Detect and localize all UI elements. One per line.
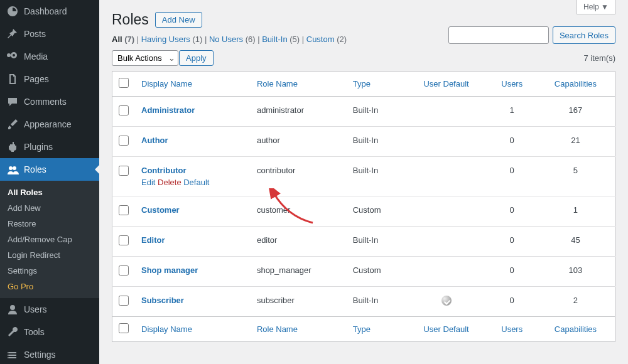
role-link[interactable]: Shop manager: [141, 265, 198, 275]
apply-button[interactable]: Apply: [179, 50, 214, 66]
select-all-checkbox[interactable]: [119, 78, 129, 88]
search-button[interactable]: Search Roles: [553, 26, 615, 44]
submenu-login-redirect[interactable]: Login Redirect: [0, 247, 99, 263]
filter-link[interactable]: Having Users (1): [141, 35, 203, 44]
type-cell: Custom: [347, 257, 405, 287]
menu-label: Plugins: [24, 142, 53, 152]
help-tab[interactable]: Help ▼: [577, 0, 615, 14]
row-checkbox[interactable]: [119, 105, 129, 115]
row-checkbox[interactable]: [119, 235, 129, 245]
search-input[interactable]: [448, 26, 549, 44]
default-link[interactable]: Default: [183, 178, 209, 187]
users-cell: 0: [488, 257, 536, 287]
type-cell: Built-In: [347, 157, 405, 196]
settings-icon: [6, 348, 19, 361]
col-capabilities[interactable]: Capabilities: [536, 317, 615, 342]
capabilities-cell: 167: [536, 97, 615, 127]
dashboard-icon: [6, 5, 19, 18]
role-link[interactable]: Editor: [141, 235, 165, 245]
menu-plugins[interactable]: Plugins: [0, 136, 99, 158]
type-cell: Built-In: [347, 97, 405, 127]
col-users[interactable]: Users: [488, 317, 536, 342]
row-checkbox[interactable]: [119, 296, 129, 306]
menu-comments[interactable]: Comments: [0, 90, 99, 113]
type-cell: Custom: [347, 196, 405, 227]
menu-pages[interactable]: Pages: [0, 68, 99, 90]
filter-link[interactable]: Custom (2): [306, 35, 347, 44]
menu-dashboard[interactable]: Dashboard: [0, 0, 99, 23]
col-user-default[interactable]: User Default: [405, 72, 488, 97]
row-checkbox[interactable]: [119, 136, 129, 146]
type-cell: Built-In: [347, 287, 405, 317]
role-link[interactable]: Administrator: [141, 105, 195, 115]
type-cell: Built-In: [347, 227, 405, 257]
menu-posts[interactable]: Posts: [0, 23, 99, 45]
submenu-settings[interactable]: Settings: [0, 263, 99, 279]
roles-table: Display Name Role Name Type User Default…: [112, 71, 615, 342]
delete-link[interactable]: Delete: [158, 178, 181, 187]
roles-icon: [6, 163, 19, 176]
row-checkbox[interactable]: [119, 205, 129, 215]
role-name-cell: subscriber: [251, 287, 347, 317]
menu-tools[interactable]: Tools: [0, 321, 99, 343]
filter-count: (2): [337, 35, 347, 44]
col-users[interactable]: Users: [488, 72, 536, 97]
user-default-cell: [405, 257, 488, 287]
table-row: EditoreditorBuilt-In045: [112, 227, 615, 257]
type-cell: Built-In: [347, 127, 405, 157]
col-role-name[interactable]: Role Name: [251, 317, 347, 342]
plug-icon: [6, 141, 19, 153]
filter-count: (6): [246, 35, 256, 44]
bulk-actions-select[interactable]: Bulk Actions: [112, 50, 178, 66]
filter-count: (1): [192, 35, 202, 44]
row-checkbox[interactable]: [119, 166, 129, 176]
row-actions: Edit Delete Default: [141, 178, 244, 187]
menu-label: Roles: [24, 164, 46, 174]
submenu-add-new[interactable]: Add New: [0, 200, 99, 216]
role-name-cell: customer: [251, 196, 347, 227]
col-capabilities[interactable]: Capabilities: [536, 72, 615, 97]
col-display-name[interactable]: Display Name: [135, 317, 251, 342]
user-default-cell: [405, 127, 488, 157]
role-link[interactable]: Subscriber: [141, 296, 184, 305]
add-new-button[interactable]: Add New: [155, 12, 202, 28]
page-icon: [6, 73, 19, 85]
edit-link[interactable]: Edit: [141, 178, 155, 187]
col-user-default[interactable]: User Default: [405, 317, 488, 342]
menu-appearance[interactable]: Appearance: [0, 113, 99, 136]
menu-roles[interactable]: Roles: [0, 158, 99, 181]
col-type[interactable]: Type: [347, 72, 405, 97]
table-row: ContributorEdit Delete Defaultcontributo…: [112, 157, 615, 196]
users-cell: 0: [488, 127, 536, 157]
menu-settings[interactable]: Settings: [0, 343, 99, 364]
menu-label: Users: [24, 304, 47, 314]
role-link[interactable]: Contributor: [141, 166, 186, 175]
user-icon: [6, 303, 19, 316]
col-display-name[interactable]: Display Name: [135, 72, 251, 97]
submenu-add-remove-cap[interactable]: Add/Remove Cap: [0, 232, 99, 247]
menu-label: Appearance: [24, 119, 72, 129]
menu-media[interactable]: Media: [0, 45, 99, 68]
menu-label: Media: [24, 51, 48, 62]
users-cell: 0: [488, 287, 536, 317]
capabilities-cell: 1: [536, 196, 615, 227]
capabilities-cell: 2: [536, 287, 615, 317]
capabilities-cell: 103: [536, 257, 615, 287]
role-link[interactable]: Customer: [141, 205, 180, 215]
row-checkbox[interactable]: [119, 265, 129, 276]
submenu-all-roles[interactable]: All Roles: [0, 185, 99, 200]
select-all-checkbox[interactable]: [119, 323, 129, 333]
filter-link[interactable]: No Users (6): [209, 35, 256, 44]
submenu-go-pro[interactable]: Go Pro: [0, 279, 99, 294]
user-default-cell: [405, 196, 488, 227]
role-link[interactable]: Author: [141, 136, 168, 145]
user-default-cell: [405, 157, 488, 196]
col-type[interactable]: Type: [347, 317, 405, 342]
filter-link[interactable]: All (7): [112, 35, 134, 44]
col-role-name[interactable]: Role Name: [251, 72, 347, 97]
table-row: AdministratoradministratorBuilt-In1167: [112, 97, 615, 127]
menu-users[interactable]: Users: [0, 298, 99, 321]
brush-icon: [6, 118, 19, 131]
submenu-restore[interactable]: Restore: [0, 216, 99, 232]
filter-link[interactable]: Built-In (5): [262, 35, 300, 44]
